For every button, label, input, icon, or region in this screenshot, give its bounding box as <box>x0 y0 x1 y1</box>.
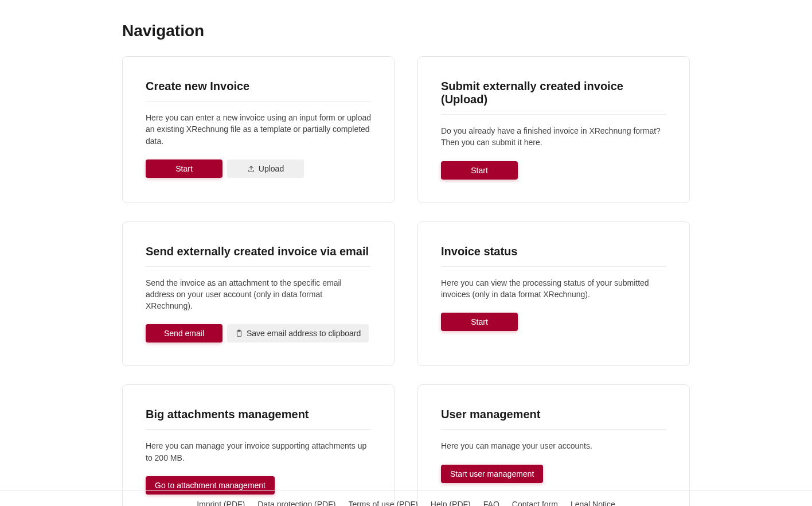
start-button[interactable]: Start <box>146 159 222 178</box>
card-title: Invoice status <box>441 245 666 267</box>
card-invoice-status: Invoice status Here you can view the pro… <box>417 221 690 367</box>
footer-link-imprint[interactable]: Imprint (PDF) <box>197 500 245 506</box>
footer-link-legal[interactable]: Legal Notice <box>571 500 615 506</box>
card-description: Here you can view the processing status … <box>441 277 666 301</box>
card-create-invoice: Create new Invoice Here you can enter a … <box>122 56 395 203</box>
footer-link-data-protection[interactable]: Data protection (PDF) <box>257 500 335 506</box>
upload-button-label: Upload <box>259 164 284 173</box>
card-description: Here you can manage your user accounts. <box>441 440 666 451</box>
card-title: Create new Invoice <box>146 80 371 102</box>
card-description: Here you can manage your invoice support… <box>146 440 371 464</box>
copy-email-button-label: Save email address to clipboard <box>247 329 361 338</box>
card-title: Send externally created invoice via emai… <box>146 245 371 267</box>
cards-grid: Create new Invoice Here you can enter a … <box>122 56 690 506</box>
card-description: Here you can enter a new invoice using a… <box>146 112 371 147</box>
page-title: Navigation <box>122 22 690 40</box>
card-description: Do you already have a finished invoice i… <box>441 125 666 149</box>
card-submit-upload: Submit externally created invoice (Uploa… <box>417 56 690 203</box>
footer-link-help[interactable]: Help (PDF) <box>431 500 471 506</box>
card-send-email: Send externally created invoice via emai… <box>122 221 395 367</box>
start-user-management-button[interactable]: Start user management <box>441 465 543 483</box>
upload-icon <box>247 165 255 173</box>
start-button[interactable]: Start <box>441 161 518 180</box>
send-email-button[interactable]: Send email <box>146 324 222 342</box>
copy-email-button[interactable]: Save email address to clipboard <box>227 324 369 342</box>
card-title: Submit externally created invoice (Uploa… <box>441 80 666 115</box>
footer-link-terms[interactable]: Terms of use (PDF) <box>348 500 417 506</box>
card-title: Big attachments management <box>146 408 371 430</box>
start-button[interactable]: Start <box>441 313 518 331</box>
footer-link-faq[interactable]: FAQ <box>483 500 499 506</box>
footer: Imprint (PDF) Data protection (PDF) Term… <box>0 490 812 506</box>
card-attachments: Big attachments management Here you can … <box>122 384 395 506</box>
upload-button[interactable]: Upload <box>227 159 304 178</box>
card-description: Send the invoice as an attachment to the… <box>146 277 371 312</box>
clipboard-icon <box>235 329 243 337</box>
card-title: User management <box>441 408 666 430</box>
card-user-management: User management Here you can manage your… <box>417 384 690 506</box>
footer-link-contact[interactable]: Contact form <box>512 500 558 506</box>
